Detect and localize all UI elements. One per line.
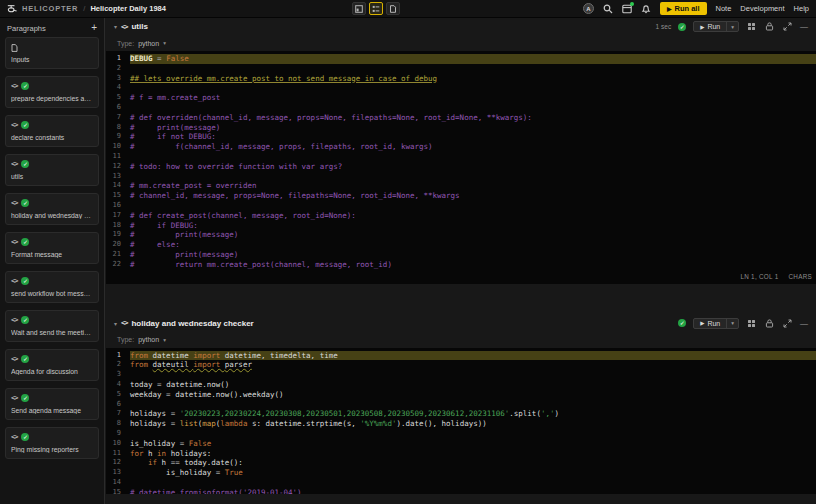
help-link[interactable]: Help bbox=[794, 4, 809, 13]
collapse-chevron-icon[interactable]: ▾ bbox=[114, 23, 117, 30]
code-line[interactable]: 8# print(message) bbox=[106, 123, 816, 133]
brand-name[interactable]: HELICOPTER bbox=[22, 4, 78, 13]
success-icon: ✓ bbox=[21, 394, 29, 402]
lock-icon[interactable] bbox=[764, 318, 775, 329]
grid-icon[interactable] bbox=[746, 21, 757, 32]
code-line[interactable]: 21# print(message) bbox=[106, 250, 816, 260]
code-line[interactable]: 4 bbox=[106, 83, 816, 93]
code-line[interactable]: 16 bbox=[106, 201, 816, 211]
code-line[interactable]: 14 bbox=[106, 478, 816, 488]
paragraph-card[interactable]: <> ✓ Wait and send the meeting link bbox=[5, 310, 99, 342]
run-options-chevron-icon[interactable]: ▾ bbox=[726, 319, 738, 328]
search-icon[interactable] bbox=[603, 4, 613, 14]
success-icon: ✓ bbox=[21, 238, 29, 246]
run-all-label: Run all bbox=[675, 4, 700, 13]
expand-icon[interactable] bbox=[782, 318, 793, 329]
paragraph-card[interactable]: <> ✓ Send agenda message bbox=[5, 388, 99, 420]
code-line[interactable]: 17# def create_post(channel, message, ro… bbox=[106, 211, 816, 221]
code-editor[interactable]: 1from datetime import datetime, timedelt… bbox=[106, 348, 816, 494]
success-icon: ✓ bbox=[21, 82, 29, 90]
code-line[interactable]: 15# channel_id, message, props=None, fil… bbox=[106, 191, 816, 201]
run-options-chevron-icon[interactable]: ▾ bbox=[726, 22, 738, 31]
code-line[interactable]: 5# f = mm.create_post bbox=[106, 93, 816, 103]
cursor-position: LN 1, COL 1 bbox=[740, 273, 778, 280]
line-number: 11 bbox=[106, 152, 130, 162]
run-all-button[interactable]: ▶ Run all bbox=[660, 2, 707, 15]
collapse-chevron-icon[interactable]: ▾ bbox=[114, 320, 117, 327]
code-line[interactable]: 13 bbox=[106, 172, 816, 182]
code-line[interactable]: 13 is_holiday = True bbox=[106, 468, 816, 478]
layout-view-icon[interactable] bbox=[352, 2, 366, 15]
code-line[interactable]: 6 bbox=[106, 400, 816, 410]
code-line[interactable]: 10is_holiday = False bbox=[106, 439, 816, 449]
paragraph-card[interactable]: <> ✓ utils bbox=[5, 154, 99, 186]
code-line[interactable]: 19# print(message) bbox=[106, 230, 816, 240]
success-icon: ✓ bbox=[21, 121, 29, 129]
code-line[interactable]: 7# def overriden(channel_id, message, pr… bbox=[106, 113, 816, 123]
type-chevron-icon: ▾ bbox=[163, 337, 166, 343]
run-button[interactable]: ▶Run ▾ bbox=[693, 318, 739, 329]
avatar[interactable]: A bbox=[583, 3, 594, 14]
expand-icon[interactable] bbox=[782, 21, 793, 32]
panels-icon[interactable] bbox=[622, 4, 632, 14]
code-line[interactable]: 20# else: bbox=[106, 240, 816, 250]
code-line[interactable]: 2 bbox=[106, 64, 816, 74]
line-number: 15 bbox=[106, 488, 130, 494]
code-line[interactable]: 11 bbox=[106, 152, 816, 162]
line-number: 14 bbox=[106, 181, 130, 191]
code-line[interactable]: 8holidays = list(map(lambda s: datetime.… bbox=[106, 419, 816, 429]
code-line[interactable]: 10# f(channel_id, message, props, filepa… bbox=[106, 142, 816, 152]
code-line[interactable]: 12# todo: how to override function with … bbox=[106, 162, 816, 172]
paragraph-card[interactable]: <> ✓ Agenda for discussion bbox=[5, 349, 99, 381]
bell-icon[interactable] bbox=[641, 4, 651, 14]
code-line[interactable]: 6 bbox=[106, 103, 816, 113]
code-line[interactable]: 4today = datetime.now() bbox=[106, 380, 816, 390]
code-line[interactable]: 3 bbox=[106, 370, 816, 380]
code-icon: <> bbox=[11, 238, 17, 246]
paragraph-view-icon[interactable] bbox=[369, 2, 383, 15]
code-line[interactable]: 1from datetime import datetime, timedelt… bbox=[106, 351, 816, 361]
code-line[interactable]: 12 if h == today.date(): bbox=[106, 458, 816, 468]
paragraph-card[interactable]: <> ✓ send workflow bot message bbox=[5, 271, 99, 303]
code-line[interactable]: 5weekday = datetime.now().weekday() bbox=[106, 390, 816, 400]
code-line[interactable]: 1DEBUG = False bbox=[106, 54, 816, 64]
run-button[interactable]: ▶Run ▾ bbox=[693, 21, 739, 32]
lock-icon[interactable] bbox=[764, 21, 775, 32]
document-view-icon[interactable] bbox=[386, 2, 400, 15]
code-line[interactable]: 2from dateutil import parser bbox=[106, 360, 816, 370]
code-cell-icon: <> bbox=[121, 319, 127, 327]
paragraph-label: Agenda for discussion bbox=[11, 368, 93, 375]
line-number: 1 bbox=[106, 351, 130, 361]
cell-title[interactable]: holiday and wednesday checker bbox=[131, 319, 253, 328]
code-line[interactable]: 9 bbox=[106, 429, 816, 439]
paragraph-card[interactable]: <> ✓ Ping missing reporters bbox=[5, 427, 99, 459]
code-line[interactable]: 15# datetime.fromisoformat('2019-01-04') bbox=[106, 488, 816, 494]
paragraph-card[interactable]: <> ✓ prepare dependencies and decl... bbox=[5, 76, 99, 108]
code-line[interactable]: 3## lets override mm.create_post to not … bbox=[106, 74, 816, 84]
code-line[interactable]: 18# if DEBUG: bbox=[106, 221, 816, 231]
line-number: 16 bbox=[106, 201, 130, 211]
paragraph-card[interactable]: <> ✓ Inputs bbox=[5, 37, 99, 69]
code-line[interactable]: 7holidays = '20230223,20230224,20230308,… bbox=[106, 409, 816, 419]
paragraph-card[interactable]: <> ✓ Format message bbox=[5, 232, 99, 264]
code-icon: <> bbox=[11, 433, 17, 441]
more-actions-icon[interactable]: — bbox=[800, 319, 808, 328]
paragraph-card[interactable]: <> ✓ declare constants bbox=[5, 115, 99, 147]
code-editor[interactable]: 1DEBUG = False23## lets override mm.crea… bbox=[106, 51, 816, 270]
note-link[interactable]: Note bbox=[716, 4, 732, 13]
play-icon: ▶ bbox=[667, 6, 672, 12]
paragraph-card[interactable]: <> ✓ holiday and wednesday checker bbox=[5, 193, 99, 225]
paragraph-label: declare constants bbox=[11, 134, 93, 141]
type-select[interactable]: python bbox=[138, 336, 159, 343]
code-line[interactable]: 9# if not DEBUG: bbox=[106, 132, 816, 142]
cell-title[interactable]: utils bbox=[131, 22, 147, 31]
development-link[interactable]: Development bbox=[740, 4, 784, 13]
add-paragraph-button[interactable]: + bbox=[91, 23, 97, 33]
grid-icon[interactable] bbox=[746, 318, 757, 329]
code-line[interactable]: 22# return mm.create_post(channel, messa… bbox=[106, 260, 816, 270]
document-title[interactable]: Helicopter Daily 1984 bbox=[90, 4, 165, 13]
code-line[interactable]: 11for h in holidays: bbox=[106, 449, 816, 459]
type-select[interactable]: python bbox=[138, 40, 159, 47]
more-actions-icon[interactable]: — bbox=[800, 22, 808, 31]
code-line[interactable]: 14# mm.create_post = overriden bbox=[106, 181, 816, 191]
